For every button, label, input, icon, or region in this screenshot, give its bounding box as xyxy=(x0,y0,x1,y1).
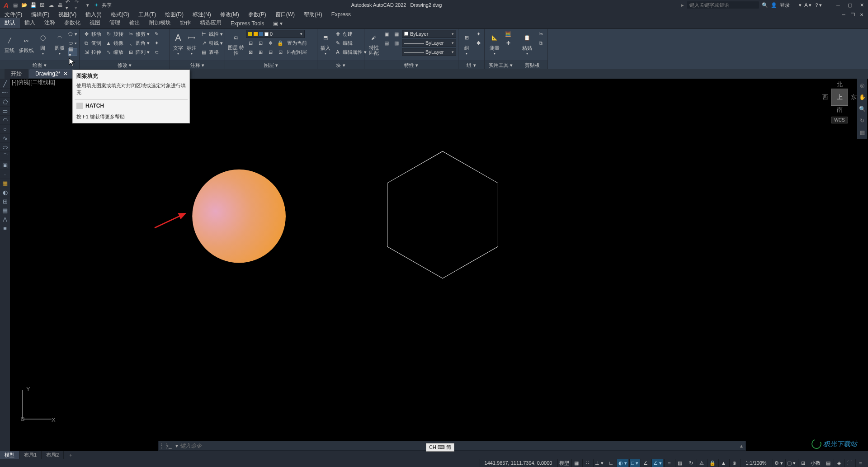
copy-button[interactable]: ⧉复制 xyxy=(81,39,103,47)
paste-button[interactable]: 📋粘贴▾ xyxy=(519,30,535,56)
close-button[interactable]: ✕ xyxy=(857,0,866,9)
tab-view[interactable]: 视图 xyxy=(85,18,105,28)
layer-a-icon[interactable]: ⊠ xyxy=(246,48,255,56)
tab-manage[interactable]: 管理 xyxy=(105,18,125,28)
tab-addins[interactable]: 附加模块 xyxy=(145,18,175,28)
status-units[interactable]: 小数 xyxy=(809,459,822,467)
ime-badge[interactable]: CH ⌨ 简 xyxy=(426,443,454,452)
menu-edit[interactable]: 编辑(E) xyxy=(27,11,54,19)
layout-tab-1[interactable]: 布局1 xyxy=(19,451,42,459)
status-transparency-icon[interactable]: ▨ xyxy=(675,459,685,467)
tab-featured[interactable]: 精选应用 xyxy=(195,18,226,28)
color-dropdown[interactable]: ByLayer xyxy=(402,30,456,38)
layer-dropdown[interactable]: 0 ▾ xyxy=(246,30,305,38)
status-3dosnap-icon[interactable]: ∠ xyxy=(641,459,651,467)
status-cycle-icon[interactable]: ↻ xyxy=(686,459,696,467)
circle-shape[interactable] xyxy=(192,170,286,263)
nav-showmotion-icon[interactable]: ▦ xyxy=(857,127,867,137)
status-iso-icon[interactable]: ▲ xyxy=(718,459,728,467)
trim-button[interactable]: ✂修剪 ▾ xyxy=(126,30,151,38)
linetype-dropdown[interactable]: ———— ByLayer xyxy=(402,48,456,56)
status-polar-icon[interactable]: ◐ ▾ xyxy=(617,459,628,467)
tab-annotate[interactable]: 注释 xyxy=(40,18,60,28)
stretch-button[interactable]: ⇲拉伸 xyxy=(81,48,103,56)
help-icon[interactable]: ？▾ xyxy=(814,2,822,9)
tool-line-icon[interactable]: ╱ xyxy=(0,80,10,89)
status-infer-icon[interactable]: ⊥ ▾ xyxy=(593,459,605,467)
qat-web-icon[interactable]: ☁ xyxy=(47,1,56,9)
file-tab-drawing[interactable]: Drawing2* ✕ xyxy=(29,69,74,78)
layer-off-icon[interactable]: ⊡ xyxy=(256,39,265,47)
status-quickprops-icon[interactable]: ⊞ xyxy=(798,459,808,467)
layer-b-icon[interactable]: ⊞ xyxy=(256,48,265,56)
menu-dim[interactable]: 标注(N) xyxy=(188,11,216,19)
insert-block-button[interactable]: ⬒插入▾ xyxy=(319,30,332,56)
measure-button[interactable]: 📐测量▾ xyxy=(486,30,503,56)
status-menu-icon[interactable]: ≡ xyxy=(855,459,865,467)
util-a-icon[interactable]: 🧮 xyxy=(504,30,513,38)
linear-dim-button[interactable]: ⊢线性 ▾ xyxy=(199,30,224,38)
hatch-button[interactable]: ▦ ▾ xyxy=(68,48,77,56)
ribbon-expand-icon[interactable]: ▣ ▾ xyxy=(269,19,287,28)
layer-d-icon[interactable]: ⊡ xyxy=(276,48,285,56)
tool-region-icon[interactable]: ⊞ xyxy=(0,197,10,206)
tool-arc-icon[interactable]: ◠ xyxy=(0,116,10,125)
polyline-button[interactable]: ᔕ多段线 xyxy=(19,30,34,56)
drawing-viewport[interactable]: [-][俯视][二维线框] 北 西 上 东 南 WCS Y X xyxy=(10,79,863,451)
cut-icon[interactable]: ✂ xyxy=(536,30,545,38)
layer-lock2-icon[interactable]: 🔒 xyxy=(276,39,285,47)
menu-draw[interactable]: 绘图(D) xyxy=(160,11,188,19)
polygon-icon[interactable]: ⬠ ▾ xyxy=(68,30,77,38)
tool-text2-icon[interactable]: A xyxy=(0,215,10,224)
status-gear-icon[interactable]: ⚙ ▾ xyxy=(773,459,784,467)
rotate-button[interactable]: ↻旋转 xyxy=(104,30,125,38)
tool-spline-icon[interactable]: ∿ xyxy=(0,134,10,143)
explode-icon[interactable]: ✦ xyxy=(152,39,161,47)
qat-save-icon[interactable]: 💾 xyxy=(29,1,38,9)
nav-zoom-icon[interactable]: 🔍 xyxy=(857,104,867,114)
qat-dropdown-icon[interactable]: ▾ xyxy=(84,1,92,9)
panel-title-layers[interactable]: 图层 ▾ xyxy=(225,61,317,69)
menu-view[interactable]: 视图(V) xyxy=(54,11,81,19)
panel-title-util[interactable]: 实用工具 ▾ xyxy=(485,61,517,69)
panel-title-anno[interactable]: 注释 ▾ xyxy=(170,61,225,69)
prop-b-icon[interactable]: ▦ xyxy=(392,30,401,38)
qat-new-icon[interactable]: ▤ xyxy=(11,1,19,9)
nav-orbit-icon[interactable]: ↻ xyxy=(857,116,867,126)
text-button[interactable]: A文字▾ xyxy=(172,30,184,56)
layer-iso-icon[interactable]: ⊟ xyxy=(246,39,255,47)
panel-title-draw[interactable]: 绘图 ▾ xyxy=(0,61,79,69)
tab-parametric[interactable]: 参数化 xyxy=(60,18,85,28)
login-label[interactable]: 登录 xyxy=(780,2,790,9)
menu-help[interactable]: 帮助(H) xyxy=(299,11,327,19)
status-clean-icon[interactable]: ◈ xyxy=(834,459,844,467)
panel-title-clip[interactable]: 剪贴板 xyxy=(517,61,547,69)
basket-icon[interactable]: ▾ xyxy=(799,2,802,8)
layer-c-icon[interactable]: ⊟ xyxy=(266,48,275,56)
qat-plot-icon[interactable]: 🖶 xyxy=(57,1,65,9)
tool-ellarc-icon[interactable]: ⌒ xyxy=(0,152,10,161)
nav-wheel-icon[interactable]: ◎ xyxy=(857,80,867,90)
file-tab-start[interactable]: 开始 xyxy=(5,69,28,79)
panel-title-modify[interactable]: 修改 ▾ xyxy=(80,61,170,69)
offset-icon[interactable]: ⊂ xyxy=(152,48,161,56)
status-fullscreen-icon[interactable]: ⛶ xyxy=(844,459,854,467)
line-button[interactable]: ╱直线 xyxy=(2,30,18,56)
doc-restore-button[interactable]: ❐ xyxy=(849,12,856,17)
cmdline-expand-icon[interactable]: ▴ xyxy=(737,443,745,449)
layer-setcurrent-button[interactable]: 置为当前 xyxy=(286,39,308,47)
status-otrack-icon[interactable]: ∠ ▾ xyxy=(651,459,663,467)
menu-modify[interactable]: 修改(M) xyxy=(216,11,244,19)
viewcube-top[interactable]: 上 xyxy=(831,89,848,106)
tab-collab[interactable]: 协作 xyxy=(175,18,195,28)
arc-button[interactable]: ◠圆弧▾ xyxy=(52,30,67,56)
share-icon[interactable]: ✈ xyxy=(93,1,101,9)
tool-polygon-icon[interactable]: ⬠ xyxy=(0,98,10,107)
appstore-icon[interactable]: A ▾ xyxy=(804,2,811,8)
move-button[interactable]: ✥移动 xyxy=(81,30,103,38)
viewport-label[interactable]: [-][俯视][二维线框] xyxy=(12,79,55,86)
ucs-icon[interactable]: Y X xyxy=(16,385,57,425)
mirror-button[interactable]: ▲镜像 xyxy=(104,39,125,47)
leader-button[interactable]: ↗引线 ▾ xyxy=(199,39,224,47)
copy2-icon[interactable]: ⧉ xyxy=(536,39,545,47)
